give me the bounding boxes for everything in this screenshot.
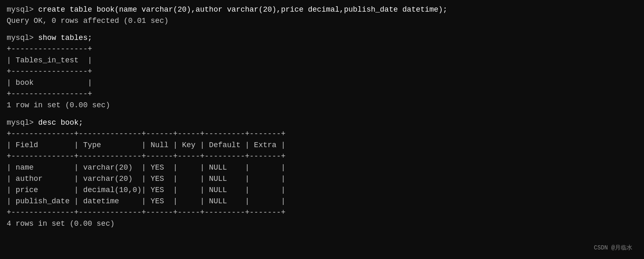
result-line: 4 rows in set (0.00 sec) (7, 218, 637, 229)
result-line: | price | decimal(10,0)| YES | | NULL | … (7, 185, 637, 196)
command-text: show tables; (38, 34, 92, 42)
watermark: CSDN @月临水 (594, 244, 632, 252)
table-border-line: +-----------------+ (7, 66, 637, 77)
result-line: Query OK, 0 rows affected (0.01 sec) (7, 15, 637, 27)
table-border-line: +-----------------+ (7, 44, 637, 55)
command-text: create table book(name varchar(20),autho… (38, 5, 448, 14)
spacer-line (7, 27, 637, 32)
prompt: mysql> (7, 5, 38, 14)
spacer-line (7, 111, 637, 117)
terminal-window: mysql> create table book(name varchar(20… (7, 4, 637, 255)
result-line: | Tables_in_test | (7, 55, 637, 66)
table-border-line: +--------------+--------------+------+--… (7, 151, 637, 162)
table-border-line: +--------------+--------------+------+--… (7, 128, 637, 140)
table-border-line: +--------------+--------------+------+--… (7, 207, 637, 218)
table-border-line: +-----------------+ (7, 89, 637, 100)
result-line: | name | varchar(20) | YES | | NULL | | (7, 162, 637, 173)
command-text: desc book; (38, 118, 83, 127)
result-line: | publish_date | datetime | YES | | NULL… (7, 196, 637, 207)
terminal-content: mysql> create table book(name varchar(20… (7, 4, 637, 229)
command-line: mysql> show tables; (7, 32, 637, 44)
result-line: | book | (7, 77, 637, 89)
prompt: mysql> (7, 34, 38, 42)
result-line: | Field | Type | Null | Key | Default | … (7, 140, 637, 151)
command-line: mysql> create table book(name varchar(20… (7, 4, 637, 15)
result-line: 1 row in set (0.00 sec) (7, 100, 637, 111)
command-line: mysql> desc book; (7, 117, 637, 128)
result-line: | author | varchar(20) | YES | | NULL | … (7, 173, 637, 185)
prompt: mysql> (7, 118, 38, 127)
